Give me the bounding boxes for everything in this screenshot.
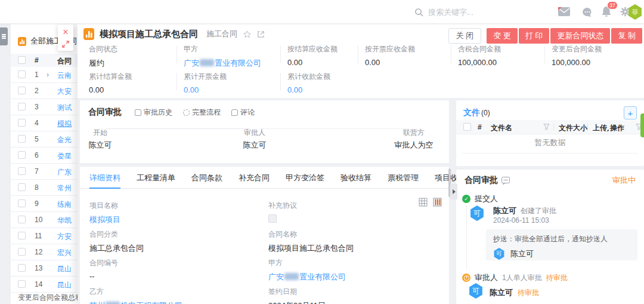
contract-link[interactable]: 昆山 bbox=[57, 280, 72, 290]
row-checkbox[interactable] bbox=[18, 151, 26, 159]
flow-toolbar-link[interactable]: 审批历史 bbox=[135, 108, 172, 118]
action-button[interactable]: 打 印 bbox=[519, 28, 550, 44]
field-value: 0.00 bbox=[365, 58, 457, 67]
search-input[interactable] bbox=[428, 8, 518, 17]
row-number: 1 bbox=[35, 70, 39, 79]
log-title: 合同审批 bbox=[465, 175, 498, 186]
contract-link[interactable]: 广东 bbox=[57, 167, 72, 177]
contract-link[interactable]: 练南 bbox=[57, 199, 72, 210]
flow-toolbar-link[interactable]: 完整流程 bbox=[183, 108, 221, 118]
summary-field: 甲方 广安置业有限公司 bbox=[184, 44, 276, 69]
timeline-connector bbox=[466, 205, 467, 270]
row-checkbox[interactable] bbox=[18, 264, 26, 272]
detail-header: 模拟项目施工总承包合同 施工合同 关 闭 变 更 打 印 更新合同状态 bbox=[78, 24, 644, 98]
row-checkbox[interactable] bbox=[18, 216, 26, 223]
expand-icon bbox=[62, 41, 69, 48]
contract-link[interactable]: 云南 bbox=[57, 70, 72, 81]
row-expand-icon[interactable]: › bbox=[47, 70, 49, 79]
row-number: 4 bbox=[35, 119, 39, 127]
redacted-text bbox=[200, 59, 214, 66]
files-card: 文件 (0) + # 文件名 文件大小 上传人 操作 暂无数据 bbox=[456, 100, 644, 166]
submitter-avatar: 可 bbox=[469, 205, 485, 221]
summary-field: 累计开票金额 0.00 bbox=[184, 72, 276, 94]
row-checkbox[interactable] bbox=[18, 167, 26, 175]
detail-tab[interactable]: 工程量清单 bbox=[137, 167, 175, 189]
row-checkbox[interactable] bbox=[18, 87, 26, 94]
action-button[interactable]: 变 更 bbox=[487, 28, 518, 44]
flow-toolbar-link[interactable]: 评论 bbox=[231, 108, 255, 118]
step-person: 审批人为空 bbox=[378, 140, 450, 151]
close-detail-button[interactable]: × bbox=[63, 27, 68, 37]
contract-list-row[interactable]: 13 › 昆山 bbox=[11, 260, 78, 277]
action-button[interactable]: 更新合同状态 bbox=[550, 28, 610, 44]
row-checkbox[interactable] bbox=[18, 103, 26, 110]
approval-log-card: 合同审批 审批中 提交人 可 陈立可 创建了审批 2024-06-11 15:0… bbox=[456, 170, 644, 304]
submitter-label: 提交人 bbox=[475, 194, 498, 204]
field-label: 合同名称 bbox=[268, 229, 444, 239]
global-search[interactable] bbox=[414, 0, 518, 24]
contract-link[interactable]: 华凯 bbox=[57, 216, 72, 226]
row-checkbox[interactable] bbox=[18, 199, 26, 207]
row-checkbox[interactable] bbox=[18, 232, 26, 239]
add-file-button[interactable]: + bbox=[624, 106, 637, 119]
contract-list-row[interactable]: 7 › 广东 bbox=[11, 164, 78, 180]
contract-doc-icon bbox=[83, 28, 94, 40]
contract-list-row[interactable]: 12 › 宏兴 bbox=[11, 244, 78, 260]
contract-list-row[interactable]: 14 › 昆山 bbox=[11, 277, 78, 293]
row-checkbox[interactable] bbox=[18, 135, 26, 143]
select-all-checkbox[interactable] bbox=[18, 56, 26, 64]
fullscreen-button[interactable] bbox=[62, 41, 69, 48]
contract-link[interactable]: 宏兴 bbox=[57, 248, 72, 258]
supplement-checkbox[interactable] bbox=[268, 214, 277, 223]
field-value: 2024年06月11日 bbox=[268, 300, 444, 304]
detail-tab[interactable]: 票税管理 bbox=[388, 167, 419, 189]
detail-tab[interactable]: 详细资料 bbox=[89, 167, 120, 189]
divider bbox=[462, 153, 638, 153]
step-person: 陈立可 bbox=[219, 140, 290, 151]
open-external-icon[interactable] bbox=[257, 30, 265, 38]
flow-connector-dotted bbox=[261, 128, 408, 129]
panel-collapse-handle[interactable] bbox=[450, 184, 457, 199]
filter-icon[interactable] bbox=[543, 124, 550, 132]
contract-list-row[interactable]: 11 › 方安 bbox=[11, 228, 78, 244]
contract-link[interactable]: 大安 bbox=[57, 87, 72, 97]
chat-icon[interactable] bbox=[582, 7, 593, 19]
contract-link[interactable]: 常州 bbox=[57, 183, 72, 194]
approver-pending-status: 待审批 bbox=[546, 273, 568, 283]
row-checkbox[interactable] bbox=[18, 183, 26, 191]
contract-list-row[interactable]: 10 › 华凯 bbox=[11, 212, 78, 228]
close-button[interactable]: 关 闭 bbox=[448, 28, 482, 44]
detail-tab[interactable]: 补充合同 bbox=[239, 167, 270, 189]
contract-link[interactable]: 昆山 bbox=[57, 264, 72, 274]
files-select-all-checkbox[interactable] bbox=[463, 123, 471, 131]
contract-link[interactable]: 娄星 bbox=[57, 151, 72, 161]
floating-side-tab[interactable] bbox=[640, 113, 644, 137]
field-label: 乙方 bbox=[89, 287, 265, 297]
form-field: 补充协议 bbox=[268, 189, 444, 217]
mail-icon[interactable] bbox=[558, 7, 570, 18]
contract-list-row[interactable]: 8 › 常州 bbox=[11, 180, 78, 196]
comment-icon[interactable] bbox=[501, 177, 510, 185]
action-button[interactable]: 复 制 bbox=[611, 28, 642, 44]
detail-tab[interactable]: 验收结算 bbox=[340, 167, 371, 189]
contract-link[interactable]: 测试 bbox=[57, 103, 72, 113]
field-label: 甲方 bbox=[268, 258, 444, 268]
files-count: (0) bbox=[481, 109, 490, 117]
contract-list-row[interactable]: 9 › 练南 bbox=[11, 196, 78, 212]
detail-tab[interactable]: 合同条款 bbox=[191, 167, 222, 189]
row-checkbox[interactable] bbox=[18, 70, 26, 78]
files-title: 文件 bbox=[463, 108, 480, 118]
field-label: 合同状态 bbox=[89, 44, 181, 54]
row-checkbox[interactable] bbox=[18, 280, 26, 288]
field-label: 按开票应收金额 bbox=[365, 44, 457, 54]
topbar: 37 菲 bbox=[0, 0, 644, 24]
contract-link[interactable]: 方安 bbox=[57, 232, 72, 242]
row-checkbox[interactable] bbox=[18, 119, 26, 127]
contract-list-row[interactable]: 3 › 测试 bbox=[11, 99, 78, 115]
contract-list-row[interactable]: 1 › 云南 bbox=[11, 67, 78, 83]
detail-tab[interactable]: 甲方变洽签 bbox=[286, 167, 324, 189]
contract-list-row[interactable]: 2 › 大安 bbox=[11, 83, 78, 99]
favorite-star-icon[interactable] bbox=[243, 30, 252, 39]
row-checkbox[interactable] bbox=[18, 248, 26, 256]
sidebar-collapse-handle[interactable] bbox=[0, 27, 8, 45]
